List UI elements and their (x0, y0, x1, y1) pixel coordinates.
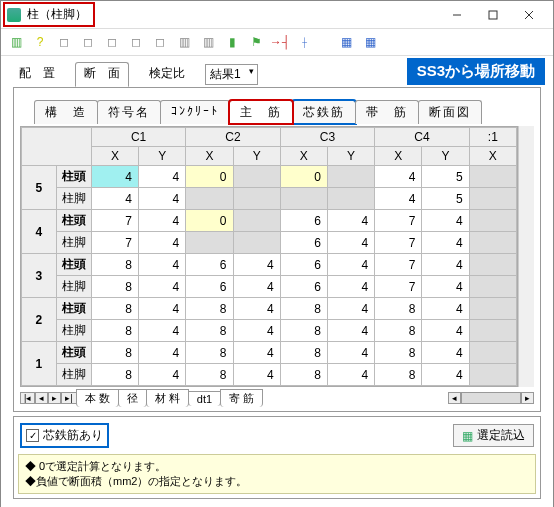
sheet-tab[interactable]: dt1 (188, 391, 221, 406)
tool-icon-1[interactable]: ◻ (55, 33, 73, 51)
flag-icon[interactable]: ⚑ (247, 33, 265, 51)
tool-icon-7[interactable]: ▥ (199, 33, 217, 51)
sheet-tab[interactable]: 径 (118, 389, 147, 407)
tab-section[interactable]: 断 面 (75, 62, 129, 87)
titlebar: 柱（柱脚） (1, 1, 553, 29)
window: 柱（柱脚） ▥ ? ◻ ◻ ◻ ◻ ◻ ▥ ▥ ▮ ⚑ →┤ ⟊ ▦ ▦ 配 置… (0, 0, 554, 507)
core-steel-label: 芯鉄筋あり (43, 427, 103, 444)
nav-next[interactable]: ▸ (48, 392, 61, 404)
info-line: ◆負値で断面積（mm2）の指定となります。 (25, 474, 529, 489)
load-icon: ▦ (462, 429, 473, 443)
subtab-core-steel[interactable]: 芯鉄筋 (292, 100, 356, 124)
horizontal-scrollbar[interactable]: ◂ ▸ (448, 392, 534, 404)
tool-icon-6[interactable]: ▥ (175, 33, 193, 51)
result-dropdown[interactable]: 結果1 (205, 64, 258, 85)
sheet-tab[interactable]: 本 数 (76, 389, 119, 407)
sub-tab-bar: 構 造 符号名 ｺﾝｸﾘｰﾄ 主 筋 芯鉄筋 帯 筋 断面図 (20, 94, 534, 126)
nav-first[interactable]: |◂ (20, 392, 35, 404)
subtab-concrete[interactable]: ｺﾝｸﾘｰﾄ (160, 100, 230, 124)
sheet-tab[interactable]: 寄 筋 (220, 389, 263, 407)
info-banner: SS3から場所移動 (407, 58, 545, 85)
sheet-icon[interactable]: ▥ (7, 33, 25, 51)
info-box: ◆ 0で選定計算となります。 ◆負値で断面積（mm2）の指定となります。 (18, 454, 536, 494)
nav-last[interactable]: ▸| (61, 392, 76, 404)
sheet-tab[interactable]: 材 料 (146, 389, 189, 407)
subtab-cross-section[interactable]: 断面図 (418, 100, 482, 124)
title-highlight: 柱（柱脚） (3, 2, 95, 27)
column-icon (7, 8, 21, 22)
help-icon[interactable]: ? (31, 33, 49, 51)
core-steel-checkbox[interactable]: ✓ (26, 429, 39, 442)
arrow-right-icon[interactable]: →┤ (271, 33, 289, 51)
tool-icon-5[interactable]: ◻ (151, 33, 169, 51)
close-button[interactable] (511, 3, 547, 27)
minimize-button[interactable] (439, 3, 475, 27)
subtab-hoop[interactable]: 帯 筋 (355, 100, 419, 124)
grid-icon-2[interactable]: ▦ (361, 33, 379, 51)
data-grid[interactable]: C1C2C3C4:1XYXYXYXYX5柱頭440045柱脚44454柱頭740… (20, 126, 518, 387)
load-selection-button[interactable]: ▦ 選定読込 (453, 424, 534, 447)
content-panel: 構 造 符号名 ｺﾝｸﾘｰﾄ 主 筋 芯鉄筋 帯 筋 断面図 C1C2C3C4:… (13, 87, 541, 412)
tool-icon-2[interactable]: ◻ (79, 33, 97, 51)
subtab-structure[interactable]: 構 造 (34, 100, 98, 124)
sheet-tab-bar: |◂ ◂ ▸ ▸| 本 数 径 材 料 dt1 寄 筋 ◂ ▸ (20, 387, 534, 409)
main-tab-bar: 配 置 断 面 検定比 結果1 SS3から場所移動 (1, 56, 553, 87)
tab-check-ratio[interactable]: 検定比 (141, 63, 193, 86)
subtab-main-rebar[interactable]: 主 筋 (229, 100, 293, 124)
bottom-panel: ✓ 芯鉄筋あり ▦ 選定読込 ◆ 0で選定計算となります。 ◆負値で断面積（mm… (13, 416, 541, 499)
tool-icon-3[interactable]: ◻ (103, 33, 121, 51)
subtab-symbol[interactable]: 符号名 (97, 100, 161, 124)
tool-icon-4[interactable]: ◻ (127, 33, 145, 51)
window-title: 柱（柱脚） (27, 6, 87, 23)
ruler-icon[interactable]: ⟊ (295, 33, 313, 51)
nav-prev[interactable]: ◂ (35, 392, 48, 404)
vertical-scrollbar[interactable] (518, 126, 534, 387)
maximize-button[interactable] (475, 3, 511, 27)
core-steel-checkbox-highlight: ✓ 芯鉄筋あり (20, 423, 109, 448)
info-line: ◆ 0で選定計算となります。 (25, 459, 529, 474)
tab-layout[interactable]: 配 置 (11, 63, 63, 86)
column-tool-icon[interactable]: ▮ (223, 33, 241, 51)
svg-rect-1 (489, 11, 497, 19)
toolbar: ▥ ? ◻ ◻ ◻ ◻ ◻ ▥ ▥ ▮ ⚑ →┤ ⟊ ▦ ▦ (1, 29, 553, 56)
grid-icon-1[interactable]: ▦ (337, 33, 355, 51)
